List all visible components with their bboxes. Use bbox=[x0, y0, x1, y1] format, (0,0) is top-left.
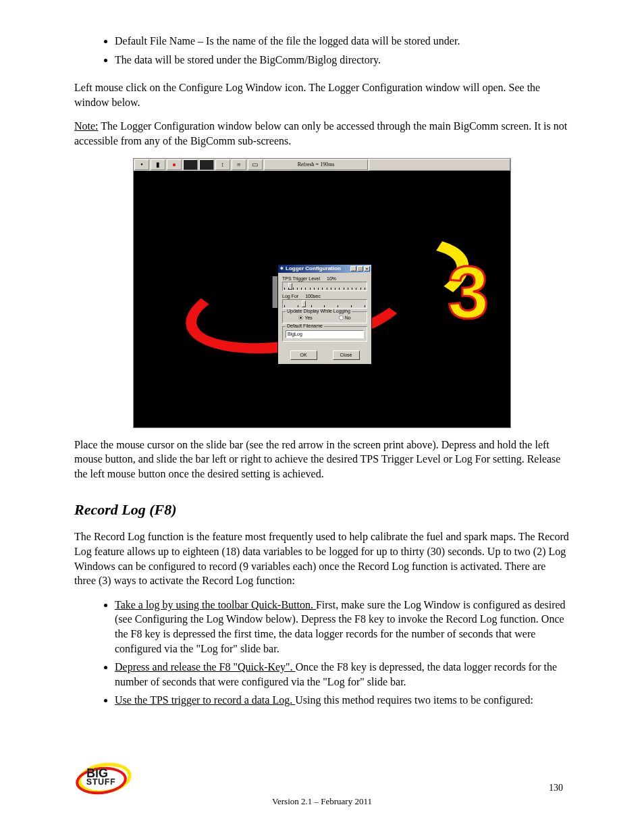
toolbar-spacer bbox=[369, 159, 510, 171]
main-viewport: BIG STUFF 3 ✶ Logger Configuration _ □ × bbox=[134, 171, 510, 427]
toolbar-button[interactable]: ↕ bbox=[215, 159, 230, 170]
close-button[interactable]: Close bbox=[333, 350, 360, 360]
refresh-indicator: Refresh = 190ms bbox=[264, 159, 369, 170]
list-item: Use the TPS trigger to record a data Log… bbox=[115, 693, 570, 708]
ok-button[interactable]: OK bbox=[290, 350, 317, 360]
note-label: Note: bbox=[74, 120, 99, 132]
version-line: Version 2.1 – February 2011 bbox=[0, 796, 644, 807]
list-item: Default File Name – Is the name of the f… bbox=[115, 34, 570, 49]
record-log-paragraph: The Record Log function is the feature m… bbox=[74, 529, 570, 588]
logger-configuration-dialog: ✶ Logger Configuration _ □ × TPS Trigger… bbox=[277, 264, 372, 365]
minimize-icon[interactable]: _ bbox=[350, 266, 356, 271]
toolbar-button[interactable] bbox=[199, 159, 214, 170]
tps-trigger-slider[interactable] bbox=[282, 282, 367, 291]
note-paragraph: Note: The Logger Configuration window be… bbox=[74, 119, 570, 148]
dialog-icon: ✶ bbox=[279, 265, 284, 271]
logfor-label: Log For 100sec bbox=[282, 294, 367, 298]
top-bullet-list: Default File Name – Is the name of the f… bbox=[115, 34, 570, 67]
intro-paragraph: Left mouse click on the Configure Log Wi… bbox=[74, 80, 570, 109]
filename-input[interactable]: BigLog bbox=[286, 330, 364, 338]
update-display-group: Update Display While Logging Yes No bbox=[282, 311, 367, 323]
toolbar-button[interactable] bbox=[183, 159, 198, 170]
list-item: Take a log by using the toolbar Quick-Bu… bbox=[115, 598, 570, 656]
toolbar: • ▮ ● ↕ ≡ ▭ Refresh = 190ms bbox=[134, 159, 510, 171]
list-item: The data will be stored under the BigCom… bbox=[115, 53, 570, 68]
note-body: The Logger Configuration window below ca… bbox=[74, 120, 567, 147]
radio-no[interactable]: No bbox=[339, 315, 351, 320]
default-filename-group: Default Filename BigLog bbox=[282, 326, 367, 342]
dialog-title-text: Logger Configuration bbox=[286, 265, 341, 271]
instructions-paragraph: Place the mouse cursor on the slide bar … bbox=[74, 438, 570, 481]
page-number: 130 bbox=[549, 783, 563, 793]
list-item: Depress and release the F8 "Quick-Key". … bbox=[115, 660, 570, 689]
maximize-icon[interactable]: □ bbox=[357, 266, 363, 271]
record-bullet-list: Take a log by using the toolbar Quick-Bu… bbox=[115, 598, 570, 708]
toolbar-button[interactable]: ▮ bbox=[151, 159, 165, 170]
section-heading: Record Log (F8) bbox=[74, 501, 570, 519]
record-icon[interactable]: ● bbox=[167, 159, 182, 170]
toolbar-button[interactable]: ▭ bbox=[248, 159, 263, 170]
footer-logo: BIGSTUFF bbox=[74, 763, 135, 800]
dialog-titlebar: ✶ Logger Configuration _ □ × bbox=[278, 265, 371, 273]
toolbar-button[interactable]: • bbox=[134, 159, 149, 170]
logfor-slider[interactable] bbox=[282, 299, 367, 309]
toolbar-button[interactable]: ≡ bbox=[232, 159, 246, 170]
close-icon[interactable]: × bbox=[364, 266, 370, 271]
app-screenshot: • ▮ ● ↕ ≡ ▭ Refresh = 190ms BIG STUFF 3 … bbox=[133, 158, 511, 428]
tps-trigger-label: TPS Trigger Level 10% bbox=[282, 276, 367, 281]
radio-yes[interactable]: Yes bbox=[298, 315, 312, 320]
